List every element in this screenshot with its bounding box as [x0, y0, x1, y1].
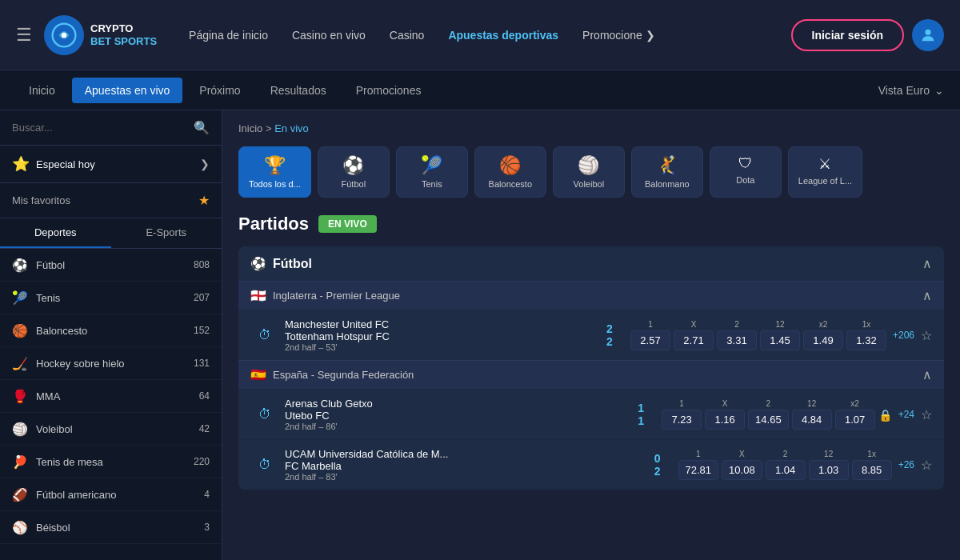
cat-all[interactable]: 🏆 Todos los d... — [238, 146, 311, 198]
hamburger-icon[interactable]: ☰ — [16, 25, 32, 46]
more-odds-3[interactable]: +26 — [898, 459, 914, 470]
odd-btn-1-3[interactable]: 3.31 — [717, 330, 757, 350]
nav-promotions[interactable]: Promocione ❯ — [582, 29, 655, 42]
search-input[interactable] — [12, 122, 194, 134]
odd-btn-1-2[interactable]: 2.71 — [674, 330, 714, 350]
sport-futbol-americano[interactable]: 🏈 Fútbol americano 4 — [0, 478, 222, 511]
subnav-promociones[interactable]: Promociones — [343, 78, 434, 103]
nav-casino[interactable]: Casino — [390, 29, 425, 42]
odd-btn-1-5[interactable]: 1.49 — [803, 330, 843, 350]
sport-baloncesto[interactable]: 🏀 Baloncesto 152 — [0, 314, 222, 347]
special-today[interactable]: ⭐ Especial hoy ❯ — [0, 146, 222, 183]
nav-home[interactable]: Página de inicio — [189, 29, 268, 42]
odd-btn-1-1[interactable]: 2.57 — [630, 330, 670, 350]
view-selector[interactable]: Vista Euro ⌄ — [878, 84, 944, 97]
segunda-fed-collapse-icon: ∧ — [922, 367, 932, 382]
tab-deportes[interactable]: Deportes — [0, 218, 111, 248]
cat-dota[interactable]: 🛡 Dota — [710, 146, 782, 198]
odd-btn-3-3[interactable]: 1.04 — [766, 460, 806, 480]
odd-btn-2-2[interactable]: 1.16 — [705, 410, 745, 430]
odd-btn-2-1[interactable]: 7.23 — [662, 410, 702, 430]
mma-icon: 🥊 — [12, 388, 28, 404]
odd-btn-1-4[interactable]: 1.45 — [760, 330, 800, 350]
fav-star-match-1[interactable]: ☆ — [921, 328, 932, 343]
cat-all-icon: 🏆 — [249, 155, 301, 176]
collapse-icon: ∧ — [922, 256, 932, 271]
premier-league-label: Inglaterra - Premier League — [273, 290, 400, 302]
beisbol-icon: ⚾ — [12, 519, 28, 535]
cat-voleibol[interactable]: 🏐 Voleibol — [553, 146, 625, 198]
subnav-inicio[interactable]: Inicio — [16, 78, 68, 103]
england-flag-icon: 🏴󠁧󠁢󠁥󠁮󠁧󠁿 — [250, 288, 266, 303]
nav-casino-live[interactable]: Casino en vivo — [292, 29, 366, 42]
cat-tenis[interactable]: 🎾 Tenis — [396, 146, 468, 198]
tenis-label: Tenis — [36, 292, 60, 304]
cat-baloncesto-icon: 🏀 — [485, 155, 536, 176]
cat-baloncesto[interactable]: 🏀 Baloncesto — [474, 146, 546, 198]
arenas-team2: Utebo FC — [285, 410, 626, 422]
premier-league-row[interactable]: 🏴󠁧󠁢󠁥󠁮󠁧󠁿 Inglaterra - Premier League ∧ — [238, 281, 944, 310]
subnav-live[interactable]: Apuestas en vivo — [72, 78, 183, 103]
odd-btn-3-1[interactable]: 72.81 — [678, 460, 719, 480]
more-odds-1[interactable]: +206 — [893, 330, 914, 341]
odd-btn-2-5[interactable]: 1.07 — [835, 410, 875, 430]
cat-lol[interactable]: ⚔ League of L... — [788, 146, 862, 198]
cat-futbol[interactable]: ⚽ Fútbol — [318, 146, 390, 198]
odd-btn-3-4[interactable]: 1.03 — [809, 460, 849, 480]
subnav-resultados[interactable]: Resultados — [258, 78, 339, 103]
tenis-icon: 🎾 — [12, 290, 28, 306]
favorites-label: Mis favoritos — [12, 194, 70, 206]
top-header: ☰ CRYPTO BET SPORTS Página de inicio Cas… — [0, 0, 960, 70]
more-odds-2[interactable]: +24 — [898, 409, 914, 420]
favorites[interactable]: Mis favoritos ★ — [0, 183, 222, 218]
odd-btn-2-4[interactable]: 4.84 — [792, 410, 832, 430]
score2-1: 2 — [602, 335, 618, 348]
chevron-down-icon: ⌄ — [934, 84, 944, 97]
odd-btn-3-5[interactable]: 8.85 — [852, 460, 892, 480]
beisbol-label: Béisbol — [36, 522, 70, 534]
futbol-americano-count: 4 — [204, 489, 210, 500]
fav-star-match-3[interactable]: ☆ — [921, 458, 932, 473]
nav-sports[interactable]: Apuestas deportivas — [448, 29, 558, 42]
live-icon-1: ⏱ — [258, 328, 271, 342]
main-layout: 🔍 ⭐ Especial hoy ❯ Mis favoritos ★ Depor… — [0, 110, 960, 560]
sport-voleibol[interactable]: 🏐 Voleibol 42 — [0, 413, 222, 446]
football-section-header[interactable]: ⚽ Fútbol ∧ — [238, 246, 944, 281]
odd-label-1-4: 12 — [775, 320, 784, 329]
breadcrumb: Inicio > En vivo — [238, 122, 944, 134]
odd-label-1-5: x2 — [819, 320, 828, 329]
sport-tenis-mesa[interactable]: 🏓 Tenis de mesa 220 — [0, 446, 222, 478]
arenas-score1: 1 — [633, 402, 649, 414]
odd-btn-3-2[interactable]: 10.08 — [722, 460, 762, 480]
segunda-fed-row[interactable]: 🇪🇸 España - Segunda Federación ∧ — [238, 360, 944, 389]
cat-balonmano-icon: 🤾 — [642, 155, 693, 176]
breadcrumb-home[interactable]: Inicio — [238, 122, 262, 134]
cat-voleibol-icon: 🏐 — [563, 155, 614, 176]
odds-container-2: 1 7.23 X 1.16 2 14.65 12 4.84 — [662, 399, 892, 430]
live-icon-3: ⏱ — [258, 458, 271, 471]
subnav-proximo[interactable]: Próximo — [186, 78, 253, 103]
cat-futbol-label: Fútbol — [328, 179, 379, 189]
svg-point-2 — [925, 29, 930, 34]
sport-hockey[interactable]: 🏒 Hockey sobre hielo 131 — [0, 347, 222, 380]
baloncesto-icon: 🏀 — [12, 322, 28, 338]
tab-esports[interactable]: E-Sports — [111, 218, 222, 248]
partidos-header: Partidos EN VIVO — [238, 214, 944, 234]
user-avatar[interactable] — [912, 19, 944, 51]
sport-mma[interactable]: 🥊 MMA 64 — [0, 380, 222, 413]
odd-btn-2-3[interactable]: 14.65 — [748, 410, 789, 430]
sport-tenis[interactable]: 🎾 Tenis 207 — [0, 282, 222, 314]
sport-futbol[interactable]: ⚽ Fútbol 808 — [0, 249, 222, 282]
content-area: Inicio > En vivo 🏆 Todos los d... ⚽ Fútb… — [222, 110, 960, 560]
sport-beisbol[interactable]: ⚾ Béisbol 3 — [0, 511, 222, 544]
login-button[interactable]: Iniciar sesión — [791, 19, 904, 51]
logo-text: CRYPTO BET SPORTS — [90, 22, 157, 47]
cat-dota-icon: 🛡 — [720, 155, 771, 172]
score1-1: 2 — [602, 322, 618, 335]
cat-lol-icon: ⚔ — [798, 155, 852, 173]
nav-more-icon: ❯ — [646, 29, 655, 42]
partidos-title: Partidos — [238, 214, 309, 234]
fav-star-match-2[interactable]: ☆ — [921, 407, 932, 422]
odd-btn-1-6[interactable]: 1.32 — [846, 330, 886, 350]
cat-balonmano[interactable]: 🤾 Balonmano — [631, 146, 703, 198]
